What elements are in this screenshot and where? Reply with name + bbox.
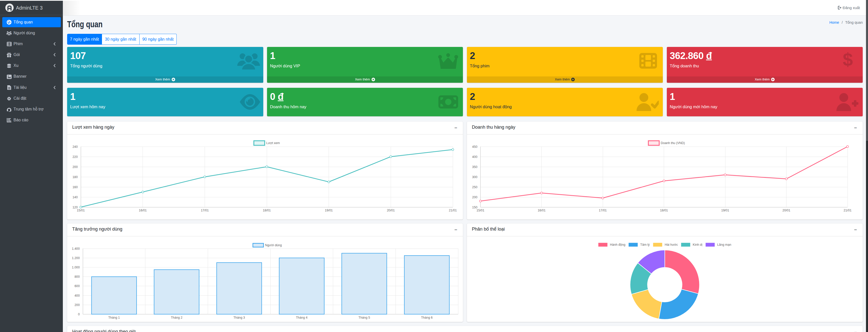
svg-text:400: 400	[74, 294, 80, 297]
svg-text:450: 450	[472, 145, 477, 148]
svg-text:21/01: 21/01	[843, 209, 851, 212]
svg-text:300: 300	[472, 175, 477, 179]
svg-text:Tháng 1: Tháng 1	[108, 316, 120, 320]
svg-text:18/01: 18/01	[660, 209, 668, 212]
svg-text:1.400: 1.400	[72, 247, 80, 251]
svg-text:Tháng 3: Tháng 3	[234, 316, 245, 320]
svg-text:17/01: 17/01	[201, 209, 209, 212]
svg-text:1.000: 1.000	[72, 266, 80, 269]
svg-text:0: 0	[78, 312, 80, 316]
svg-text:Người dùng: Người dùng	[265, 244, 282, 247]
svg-text:Tháng 4: Tháng 4	[296, 316, 307, 320]
svg-text:19/01: 19/01	[721, 209, 729, 212]
svg-text:16/01: 16/01	[537, 209, 546, 212]
svg-text:800: 800	[74, 275, 80, 278]
svg-text:16/01: 16/01	[139, 209, 147, 212]
svg-text:17/01: 17/01	[599, 209, 607, 212]
svg-text:600: 600	[74, 284, 80, 288]
svg-text:250: 250	[472, 186, 477, 189]
svg-text:200: 200	[72, 165, 78, 169]
svg-text:19/01: 19/01	[325, 209, 333, 212]
svg-text:15/01: 15/01	[77, 209, 85, 212]
svg-text:400: 400	[472, 155, 477, 159]
svg-text:Lượt xem: Lượt xem	[266, 141, 280, 145]
svg-text:220: 220	[72, 155, 78, 159]
svg-text:Tháng 6: Tháng 6	[421, 316, 433, 320]
svg-text:140: 140	[72, 196, 78, 199]
svg-text:Hài hước: Hài hước	[664, 243, 678, 247]
svg-text:$: $	[843, 51, 853, 69]
svg-text:20/01: 20/01	[782, 209, 790, 212]
svg-text:200: 200	[74, 303, 80, 307]
svg-text:20/01: 20/01	[387, 209, 395, 212]
svg-text:Tháng 5: Tháng 5	[359, 316, 370, 320]
svg-text:21/01: 21/01	[449, 209, 457, 212]
svg-text:18/01: 18/01	[263, 209, 271, 212]
svg-text:Lãng mạn: Lãng mạn	[717, 243, 731, 247]
svg-text:Tâm lý: Tâm lý	[640, 243, 650, 247]
svg-text:Hành động: Hành động	[610, 243, 625, 247]
svg-text:1.200: 1.200	[72, 256, 80, 260]
svg-text:Kinh dị: Kinh dị	[692, 243, 702, 247]
svg-text:240: 240	[72, 145, 78, 148]
svg-text:Tháng 2: Tháng 2	[171, 316, 183, 320]
svg-text:180: 180	[72, 175, 78, 179]
svg-text:350: 350	[472, 165, 477, 169]
svg-text:200: 200	[472, 196, 477, 199]
svg-text:15/01: 15/01	[476, 209, 484, 212]
svg-text:Doanh thu (VND): Doanh thu (VND)	[660, 141, 685, 145]
svg-text:160: 160	[72, 186, 78, 189]
